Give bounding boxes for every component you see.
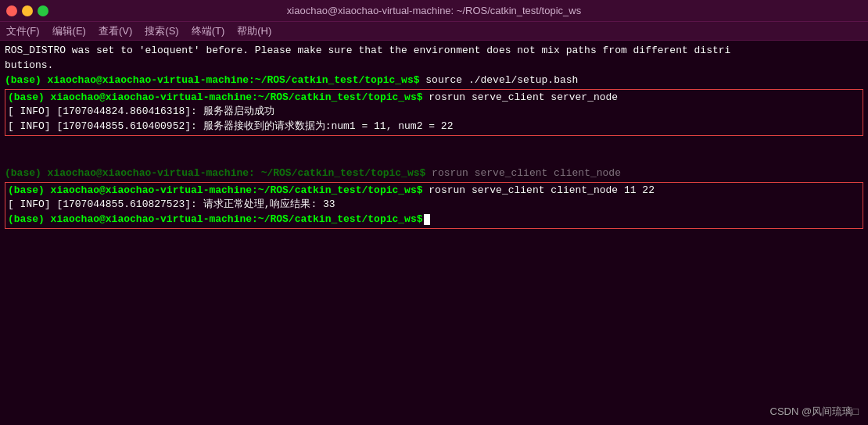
close-button[interactable]	[6, 5, 17, 16]
empty-line-2	[5, 152, 863, 166]
menu-help[interactable]: 帮助(H)	[237, 24, 271, 38]
menu-bar: 文件(F) 编辑(E) 查看(V) 搜索(S) 终端(T) 帮助(H)	[0, 22, 868, 41]
rosrun-server-line: (base) xiaochao@xiaochao-virtual-machine…	[8, 91, 860, 105]
menu-terminal[interactable]: 终端(T)	[192, 24, 225, 38]
client-info-1: [ INFO] [1707044855.610827523]: 请求正常处理,响…	[8, 198, 860, 212]
prompt-4: (base) xiaochao@xiaochao-virtual-machine…	[8, 213, 423, 225]
warn-line-1: ROS_DISTRO was set to 'eloquent' before.…	[5, 44, 863, 59]
cursor	[424, 214, 430, 225]
faded-cmd: rosrun serve_client client_node	[425, 167, 621, 179]
rosrun-client-cmd: rosrun serve_client client_node 11 22	[423, 184, 655, 196]
menu-file[interactable]: 文件(F)	[6, 24, 40, 38]
source-cmd: source ./devel/setup.bash	[420, 74, 579, 86]
server-info-1: [ INFO] [1707044824.860416318]: 服务器启动成功	[8, 105, 860, 120]
menu-view[interactable]: 查看(V)	[99, 24, 132, 38]
source-command-line: (base) xiaochao@xiaochao-virtual-machine…	[5, 73, 863, 88]
menu-edit[interactable]: 编辑(E)	[52, 24, 86, 38]
empty-line-1	[5, 137, 863, 152]
final-prompt-line: (base) xiaochao@xiaochao-virtual-machine…	[8, 212, 860, 227]
prompt-faded: (base) xiaochao@xiaochao-virtual-machine…	[5, 167, 425, 179]
server-info-2: [ INFO] [1707044855.610400952]: 服务器接收到的请…	[8, 120, 860, 134]
rosrun-client-line: (base) xiaochao@xiaochao-virtual-machine…	[8, 184, 860, 198]
prompt-1: (base) xiaochao@xiaochao-virtual-machine…	[5, 74, 420, 86]
minimize-button[interactable]	[22, 5, 33, 16]
faded-line: (base) xiaochao@xiaochao-virtual-machine…	[5, 166, 863, 181]
maximize-button[interactable]	[38, 5, 48, 16]
server-box: (base) xiaochao@xiaochao-virtual-machine…	[5, 89, 863, 137]
prompt-3: (base) xiaochao@xiaochao-virtual-machine…	[8, 184, 423, 196]
terminal-content[interactable]: ROS_DISTRO was set to 'eloquent' before.…	[0, 41, 868, 425]
watermark: CSDN @风间琉璃□	[770, 405, 859, 419]
rosrun-server-cmd: rosrun serve_client server_node	[423, 91, 619, 103]
title-bar: xiaochao@xiaochao-virtual-machine: ~/ROS…	[0, 0, 868, 22]
window-controls-left[interactable]	[6, 5, 53, 16]
menu-search[interactable]: 搜索(S)	[145, 24, 178, 38]
client-box: (base) xiaochao@xiaochao-virtual-machine…	[5, 182, 863, 230]
warn-line-2: butions.	[5, 59, 863, 73]
window-title: xiaochao@xiaochao-virtual-machine: ~/ROS…	[53, 5, 815, 16]
prompt-2: (base) xiaochao@xiaochao-virtual-machine…	[8, 91, 423, 103]
